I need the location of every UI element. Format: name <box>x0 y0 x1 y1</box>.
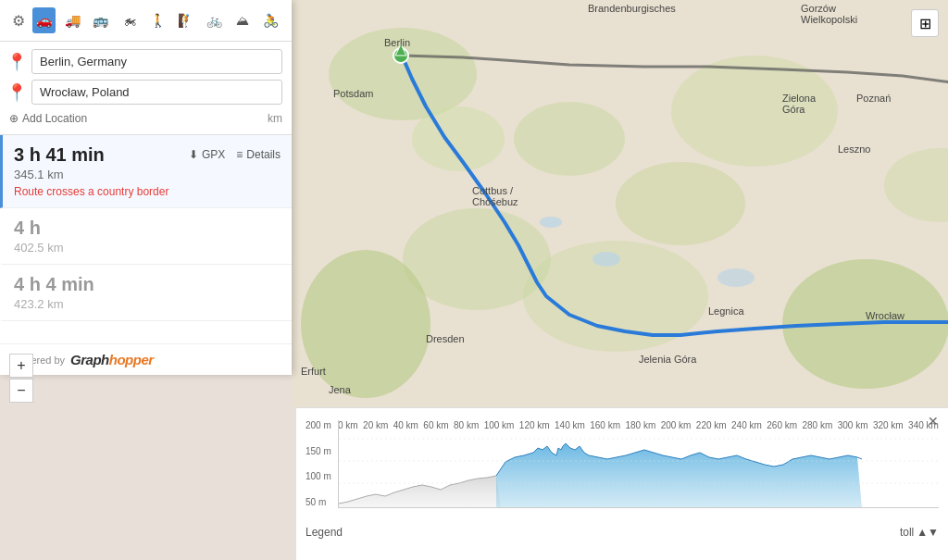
layers-button[interactable]: ⊞ <box>911 9 939 37</box>
transport-hike-btn[interactable]: 🧗 <box>174 7 197 33</box>
download-icon: ⬇ <box>189 148 198 161</box>
transport-truck-btn[interactable]: 🚚 <box>61 7 84 33</box>
add-location-row: ⊕ Add Location km <box>9 110 282 127</box>
transport-bar: ⚙ 🚗 🚚 🚌 🏍 🚶 🧗 🚲 ⛰ 🚴 <box>0 0 292 42</box>
route-3-distance: 423.2 km <box>14 297 281 311</box>
elev-y-100: 100 m <box>306 471 331 481</box>
wroclaw-label: Wrocław <box>866 310 904 321</box>
locations: 📍 📍 ⊕ Add Location km <box>0 42 292 135</box>
svg-point-11 <box>412 106 505 171</box>
route-item-2[interactable]: 4 h 402.5 km <box>0 208 292 265</box>
zielona-label: ZielonaGóra <box>782 93 816 115</box>
svg-point-4 <box>616 162 745 245</box>
route-1-time: 3 h 41 min <box>14 144 168 166</box>
poznan-label: Poznań <box>856 93 891 104</box>
erfurt-label: Erfurt <box>301 366 326 377</box>
destination-marker-icon: 📍 <box>9 85 24 100</box>
map-area[interactable]: Berlin Potsdam Brandenburgisches GorzówW… <box>292 0 948 407</box>
plus-icon: ⊕ <box>9 112 19 125</box>
route-2-distance: 402.5 km <box>14 241 281 255</box>
svg-point-13 <box>540 217 562 228</box>
elevation-footer: Legend toll ▲▼ <box>306 522 939 542</box>
toll-arrows: ▲▼ <box>917 526 939 539</box>
elev-y-150: 150 m <box>306 446 331 456</box>
gpx-label: GPX <box>202 148 225 161</box>
route-3-time: 4 h 4 min <box>14 274 281 295</box>
graphhopper-logo: Graphhopper <box>70 352 154 367</box>
transport-motorcycle-btn[interactable]: 🏍 <box>118 7 141 33</box>
transport-mountainbike-btn[interactable]: ⛰ <box>231 7 255 33</box>
unit-label: km <box>268 112 282 125</box>
svg-point-14 <box>717 268 755 287</box>
add-location-button[interactable]: ⊕ Add Location <box>9 112 87 125</box>
route-1-actions: ⬇ GPX ≡ Details <box>189 148 281 161</box>
route-2-time: 4 h <box>14 218 281 239</box>
legend-label: Legend <box>306 526 343 539</box>
transport-car-btn[interactable]: 🚗 <box>32 7 56 33</box>
toll-label: toll <box>900 526 914 539</box>
berlin-label: Berlin <box>384 37 410 48</box>
jena-label: Jena <box>329 384 351 395</box>
origin-marker-icon: 📍 <box>9 55 24 69</box>
zoom-in-button[interactable]: + <box>9 354 33 378</box>
origin-input[interactable] <box>31 49 282 74</box>
settings-icon[interactable]: ⚙ <box>9 10 27 31</box>
zoom-out-button[interactable]: − <box>9 379 33 403</box>
elev-y-200: 200 m <box>306 420 331 430</box>
transport-racingbike-btn[interactable]: 🚴 <box>259 7 282 33</box>
list-icon: ≡ <box>236 148 243 161</box>
cottbus-label: Cottbus /Chóśebuz <box>472 185 518 207</box>
brandenburgisches-label: Brandenburgisches <box>588 3 676 14</box>
route-item-3[interactable]: 4 h 4 min 423.2 km <box>0 265 292 321</box>
elev-y-50: 50 m <box>306 497 331 507</box>
legnica-label: Legnica <box>708 305 744 317</box>
route-item-1[interactable]: 3 h 41 min 345.1 km Route crosses a coun… <box>0 135 292 208</box>
jelenia-label: Jelenia Góra <box>639 354 696 365</box>
leszno-label: Leszno <box>838 143 870 155</box>
transport-walk-btn[interactable]: 🚶 <box>146 7 169 33</box>
sidebar: ⚙ 🚗 🚚 🚌 🏍 🚶 🧗 🚲 ⛰ 🚴 📍 📍 ⊕ Add Location k… <box>0 0 292 375</box>
powered-by: Powered by Graphhopper <box>0 343 292 375</box>
svg-point-12 <box>592 252 620 267</box>
add-location-label: Add Location <box>22 112 87 125</box>
elevation-panel: ✕ 200 m 150 m 100 m 50 m <box>296 407 948 560</box>
toll-button[interactable]: toll ▲▼ <box>900 526 939 539</box>
elevation-y-labels: 200 m 150 m 100 m 50 m <box>306 420 331 522</box>
potsdam-label: Potsdam <box>333 88 373 99</box>
details-label: Details <box>246 148 281 161</box>
elevation-chart-area <box>338 420 939 508</box>
elevation-chart: 200 m 150 m 100 m 50 m <box>306 420 939 522</box>
dresden-label: Dresden <box>426 333 465 344</box>
routes-list: 3 h 41 min 345.1 km Route crosses a coun… <box>0 135 292 343</box>
route-1-warning: Route crosses a country border <box>14 185 168 198</box>
details-button[interactable]: ≡ Details <box>236 148 281 161</box>
zoom-controls: + − <box>9 354 33 403</box>
svg-point-2 <box>514 102 625 176</box>
gpx-button[interactable]: ⬇ GPX <box>189 148 225 161</box>
route-1-distance: 345.1 km <box>14 168 168 181</box>
transport-bus-btn[interactable]: 🚌 <box>90 7 113 33</box>
transport-bike-btn[interactable]: 🚲 <box>203 7 226 33</box>
origin-row: 📍 <box>9 49 282 74</box>
gorzow-label: GorzówWielkopolski <box>801 3 857 25</box>
destination-row: 📍 <box>9 80 282 105</box>
layers-icon: ⊞ <box>919 15 931 32</box>
destination-input[interactable] <box>31 80 282 105</box>
